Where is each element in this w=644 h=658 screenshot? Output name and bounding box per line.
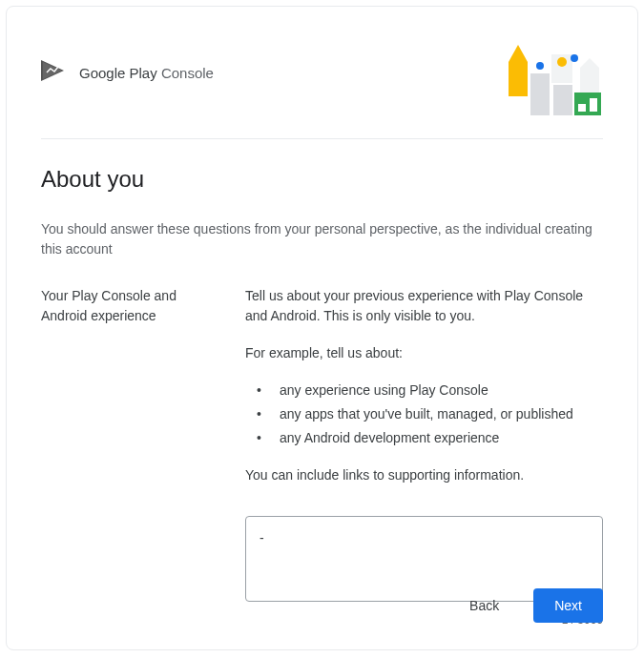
page-title: About you [41, 166, 603, 193]
next-button[interactable]: Next [533, 588, 603, 623]
svg-point-4 [536, 62, 544, 70]
svg-rect-5 [530, 73, 550, 115]
header: Google Play Console [41, 37, 603, 119]
field-closing: You can include links to supporting info… [245, 465, 603, 485]
page-subtitle: You should answer these questions from y… [41, 219, 603, 259]
field-intro: Tell us about your previous experience w… [245, 286, 603, 326]
svg-rect-14 [590, 98, 597, 112]
back-button[interactable]: Back [458, 590, 510, 621]
svg-rect-9 [553, 85, 572, 115]
bullet-item: any apps that you've built, managed, or … [249, 404, 603, 424]
svg-rect-3 [509, 62, 528, 96]
brand-text: Google Play Console [79, 65, 214, 81]
signup-card: Google Play Console About you You [6, 6, 638, 650]
field-content: Tell us about your previous experience w… [245, 286, 603, 628]
divider [41, 138, 603, 139]
svg-point-8 [571, 54, 578, 62]
footer-actions: Back Next [458, 588, 603, 623]
play-console-icon [41, 60, 70, 85]
svg-marker-10 [580, 58, 599, 68]
field-label: Your Play Console and Android experience [41, 286, 222, 628]
svg-marker-2 [509, 45, 528, 62]
decorative-illustration [498, 37, 603, 119]
svg-point-7 [557, 57, 567, 67]
svg-rect-11 [580, 68, 599, 93]
bullet-item: any Android development experience [249, 428, 603, 448]
field-example-lead: For example, tell us about: [245, 343, 603, 363]
svg-rect-13 [578, 104, 586, 112]
bullet-item: any experience using Play Console [249, 380, 603, 401]
brand: Google Play Console [41, 60, 214, 85]
field-bullets: any experience using Play Console any ap… [245, 380, 603, 448]
experience-field: Your Play Console and Android experience… [41, 286, 603, 628]
